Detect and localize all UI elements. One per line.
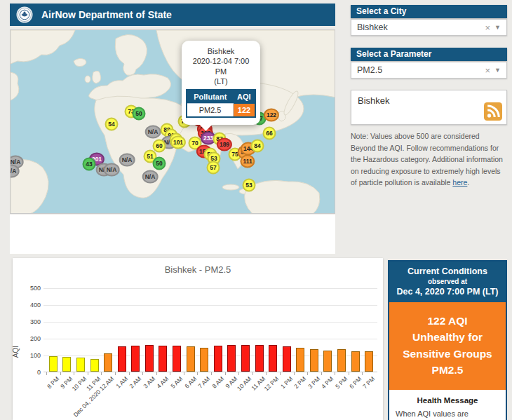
- map-marker[interactable]: 122: [264, 109, 279, 122]
- health-message-title: Health Message: [396, 396, 499, 405]
- dos-seal-icon: [16, 6, 33, 23]
- chart-bar[interactable]: [365, 351, 373, 372]
- chart-bar[interactable]: [269, 345, 277, 372]
- app-header: AirNow Department of State: [10, 4, 335, 26]
- gridline: [43, 322, 377, 323]
- map-marker-layer: N/AN/A735054N/A8891N/A6160515020143N/AN/…: [11, 30, 335, 213]
- x-tick-label: 12 PM: [263, 375, 280, 392]
- parameter-select-value: PM2.5: [357, 65, 382, 75]
- x-tick-label: 4 AM: [156, 375, 170, 390]
- map-marker[interactable]: N/A: [119, 154, 135, 167]
- chart-bar[interactable]: [323, 351, 332, 372]
- chart-bar[interactable]: [104, 353, 112, 372]
- x-axis-tick: [294, 372, 295, 375]
- chart-bar[interactable]: [337, 349, 346, 372]
- map-marker[interactable]: N/A: [145, 126, 161, 139]
- popup-city: Bishkek: [186, 46, 256, 56]
- chart-bar[interactable]: [173, 346, 181, 372]
- map-marker[interactable]: 66: [263, 127, 276, 140]
- x-axis-tick: [74, 372, 74, 375]
- x-axis-tick: [88, 372, 88, 375]
- chart-bar[interactable]: [351, 351, 360, 372]
- map-marker[interactable]: 54: [105, 118, 119, 131]
- map-marker[interactable]: 111: [240, 155, 255, 168]
- chart-bar[interactable]: [159, 346, 167, 372]
- x-tick-label: 8 AM: [210, 375, 225, 390]
- x-tick-label: 5 AM: [169, 375, 184, 390]
- conditions-aqi-value: 122 AQI: [393, 313, 501, 329]
- note-text: Note: Values above 500 are considered Be…: [351, 132, 503, 187]
- map-marker[interactable]: 60: [153, 140, 166, 153]
- chart-bar[interactable]: [296, 348, 304, 372]
- map[interactable]: N/AN/A735054N/A8891N/A6160515020143N/AN/…: [10, 29, 335, 214]
- conditions-title: Current Conditions: [392, 266, 503, 276]
- x-axis-tick: [252, 372, 253, 375]
- gridline: [43, 339, 377, 339]
- x-axis-tick: [46, 372, 47, 375]
- map-marker[interactable]: N/A: [142, 170, 159, 184]
- chart-bar[interactable]: [310, 349, 318, 372]
- y-tick-label: 100: [15, 352, 41, 359]
- x-axis-tick: [101, 372, 102, 375]
- x-axis-tick: [362, 372, 363, 375]
- x-tick-label: 3 AM: [142, 375, 156, 390]
- map-marker[interactable]: N/A: [10, 165, 19, 178]
- popup-aqi-value: 122: [234, 104, 255, 118]
- note-here-link[interactable]: here: [452, 178, 467, 187]
- chart-bar[interactable]: [187, 346, 195, 372]
- x-tick-label: 1 AM: [114, 375, 129, 390]
- popup-lt: (LT): [186, 76, 256, 86]
- chart-bar[interactable]: [62, 357, 71, 372]
- content-band: AQI Concentration Historical Learn more …: [10, 215, 335, 254]
- note-suffix: .: [467, 178, 469, 187]
- chart-bar[interactable]: [214, 346, 222, 372]
- x-tick-label: 6 AM: [183, 375, 198, 390]
- parameter-clear-icon[interactable]: ×: [480, 65, 494, 76]
- chart-bar[interactable]: [227, 345, 236, 372]
- map-marker[interactable]: 50: [133, 107, 146, 121]
- chart-bar[interactable]: [283, 346, 291, 372]
- chart-bar[interactable]: [241, 345, 250, 372]
- health-message-section: Health Message When AQI values are betwe…: [389, 390, 506, 420]
- chart-bar[interactable]: [90, 359, 99, 372]
- city-caret-icon[interactable]: ▼: [494, 24, 506, 31]
- map-marker[interactable]: 101: [170, 136, 186, 149]
- chart-bar[interactable]: [200, 348, 208, 372]
- map-marker[interactable]: 43: [83, 158, 96, 171]
- x-tick-label: 2 AM: [128, 375, 143, 390]
- map-marker[interactable]: 50: [153, 157, 166, 170]
- popup-col-pollutant: Pollutant: [187, 90, 234, 104]
- parameter-select[interactable]: PM2.5 × ▼: [351, 62, 507, 79]
- chart-bar[interactable]: [49, 356, 58, 372]
- chart-bar[interactable]: [145, 345, 154, 372]
- x-axis-tick: [266, 372, 267, 375]
- chart-bar[interactable]: [76, 358, 85, 372]
- map-popup: Bishkek 2020-12-04 7:00 PM (LT) Pollutan…: [182, 41, 260, 125]
- map-marker[interactable]: N/A: [104, 163, 120, 177]
- conditions-category: Unhealthy for Sensitive Groups: [393, 329, 501, 362]
- popup-pollutant-value: PM2.5: [187, 104, 234, 118]
- current-conditions-panel: Current Conditions observed at Dec 4, 20…: [388, 260, 507, 420]
- x-tick-label: 7 PM: [361, 375, 376, 390]
- chart-bar[interactable]: [131, 346, 140, 372]
- page-title: AirNow Department of State: [41, 9, 172, 20]
- x-axis-tick: [349, 372, 349, 375]
- map-marker[interactable]: 53: [243, 179, 256, 192]
- chart-plot: AQI 01002003004005008 PM9 PM10 PM11 PMDe…: [13, 283, 383, 372]
- x-tick-label: 10 AM: [236, 375, 252, 392]
- map-marker[interactable]: 84: [251, 140, 264, 153]
- x-tick-label: 7 AM: [197, 375, 212, 390]
- chart-bar[interactable]: [118, 346, 126, 372]
- x-axis-tick: [238, 372, 239, 375]
- rss-icon[interactable]: [484, 102, 502, 121]
- conditions-datetime: Dec 4, 2020 7:00 PM (LT): [392, 287, 503, 297]
- city-clear-icon[interactable]: ×: [480, 22, 494, 33]
- chart-bar[interactable]: [255, 345, 264, 372]
- parameter-caret-icon[interactable]: ▼: [494, 67, 506, 74]
- x-tick-label: 4 PM: [320, 375, 335, 390]
- x-axis-tick: [307, 372, 308, 375]
- map-marker[interactable]: 57: [207, 161, 220, 175]
- x-axis-tick: [197, 372, 198, 375]
- city-select[interactable]: Bishkek × ▼: [351, 19, 507, 36]
- x-axis-tick: [211, 372, 212, 375]
